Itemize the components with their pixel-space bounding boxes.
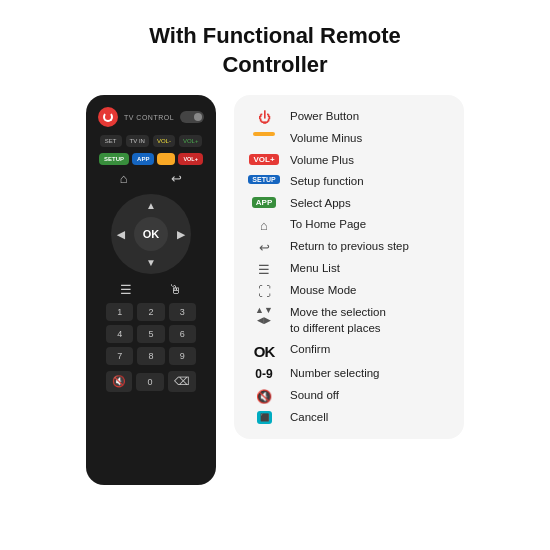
num-5[interactable]: 5	[137, 325, 164, 343]
back-label: Return to previous step	[290, 239, 409, 255]
mouse-label: Mouse Mode	[290, 283, 356, 299]
power-button[interactable]	[98, 107, 118, 127]
power-icon	[103, 112, 113, 122]
home-icon[interactable]: ⌂	[120, 171, 128, 186]
arrow-right[interactable]: ▶	[177, 229, 185, 240]
menu-label: Menu List	[290, 261, 340, 277]
info-row-numbers: 0-9 Number selecting	[248, 366, 450, 382]
menu-symbol: ☰	[258, 262, 270, 277]
dpad: ▲ ▼ ◀ ▶ OK	[111, 194, 191, 274]
back-symbol: ↩	[259, 240, 270, 255]
vol-plus-red-button[interactable]: VOL+	[178, 153, 203, 165]
vol-minus-icon-cell	[248, 131, 280, 136]
bottom-row: 🔇 0 ⌫	[106, 371, 196, 392]
arrows-symbol: ▲▼ ◀▶	[255, 306, 273, 325]
colored-btn-row: SETUP APP VOL+	[94, 153, 208, 165]
tv-control-label: TV CONTROL	[124, 114, 174, 121]
menu-icon[interactable]: ☰	[120, 282, 132, 297]
sound-off-label: Sound off	[290, 388, 339, 404]
app-badge: APP	[252, 197, 276, 208]
setup-icon-cell: SETUP	[248, 174, 280, 184]
setup-button[interactable]: SETUP	[99, 153, 129, 165]
vol-minus-button[interactable]: VOL-	[153, 135, 175, 147]
back-icon[interactable]: ↩	[171, 171, 182, 186]
info-row-cancel: ⬛ Cancell	[248, 410, 450, 426]
info-row-menu: ☰ Menu List	[248, 261, 450, 277]
mute-icon-cell: 🔇	[248, 388, 280, 404]
home-symbol: ⌂	[260, 218, 268, 233]
delete-button[interactable]: ⌫	[168, 371, 196, 392]
info-row-arrows: ▲▼ ◀▶ Move the selectionto different pla…	[248, 305, 450, 336]
yellow-button[interactable]	[157, 153, 175, 165]
num-3[interactable]: 3	[169, 303, 196, 321]
num-0[interactable]: 0	[136, 373, 164, 391]
info-row-ok: OK Confirm	[248, 342, 450, 360]
menu-icon-cell: ☰	[248, 261, 280, 277]
power-icon-cell: ⏻	[248, 109, 280, 125]
arrow-up[interactable]: ▲	[146, 200, 156, 211]
title-section: With Functional Remote Controller	[129, 0, 421, 95]
num-9[interactable]: 9	[169, 347, 196, 365]
home-icon-cell: ⌂	[248, 217, 280, 233]
home-label: To Home Page	[290, 217, 366, 233]
info-panel: ⏻ Power Button Volume Minus VOL+ Volume …	[234, 95, 464, 439]
cancel-label: Cancell	[290, 410, 328, 426]
num-2[interactable]: 2	[137, 303, 164, 321]
mute-button[interactable]: 🔇	[106, 371, 132, 392]
set-button[interactable]: SET	[100, 135, 122, 147]
power-icon-symbol: ⏻	[258, 110, 271, 125]
info-row-back: ↩ Return to previous step	[248, 239, 450, 255]
power-label: Power Button	[290, 109, 359, 125]
ok-icon-cell: OK	[248, 342, 280, 360]
mouse-icon-cell: ⛶	[248, 283, 280, 299]
vol-plus-label: Volume Plus	[290, 153, 354, 169]
cancel-icon-cell: ⬛	[248, 410, 280, 424]
arrow-left[interactable]: ◀	[117, 229, 125, 240]
numbers-icon-cell: 0-9	[248, 366, 280, 381]
mute-symbol: 🔇	[256, 389, 272, 404]
app-button[interactable]: APP	[132, 153, 154, 165]
info-row-mute: 🔇 Sound off	[248, 388, 450, 404]
info-row-volplus: VOL+ Volume Plus	[248, 153, 450, 169]
num-8[interactable]: 8	[137, 347, 164, 365]
yellow-line-icon	[253, 132, 275, 136]
vol-plus-icon-cell: VOL+	[248, 153, 280, 165]
ok-symbol: OK	[254, 343, 275, 360]
arrow-down[interactable]: ▼	[146, 257, 156, 268]
num-4[interactable]: 4	[106, 325, 133, 343]
arrows-label: Move the selectionto different places	[290, 305, 386, 336]
numpad: 1 2 3 4 5 6 7 8 9	[106, 303, 196, 365]
mouse-icon[interactable]: 🖱	[169, 282, 182, 297]
app-icon-cell: APP	[248, 196, 280, 208]
info-row-setup: SETUP Setup function	[248, 174, 450, 190]
numbers-symbol: 0-9	[255, 367, 272, 381]
ok-button[interactable]: OK	[134, 217, 168, 251]
toggle-switch[interactable]	[180, 111, 204, 123]
info-row-volminus: Volume Minus	[248, 131, 450, 147]
num-6[interactable]: 6	[169, 325, 196, 343]
info-row-home: ⌂ To Home Page	[248, 217, 450, 233]
arrows-icon-cell: ▲▼ ◀▶	[248, 305, 280, 325]
num-1[interactable]: 1	[106, 303, 133, 321]
page-title: With Functional Remote Controller	[149, 22, 401, 79]
icon-row-2: ☰ 🖱	[94, 282, 208, 297]
vol-plus-button[interactable]: VOL+	[179, 135, 203, 147]
mouse-symbol: ⛶	[258, 284, 271, 299]
vol-plus-badge: VOL+	[249, 154, 278, 165]
tvin-button[interactable]: TV IN	[126, 135, 149, 147]
vol-minus-label: Volume Minus	[290, 131, 362, 147]
back-icon-cell: ↩	[248, 239, 280, 255]
info-row-app: APP Select Apps	[248, 196, 450, 212]
numbers-label: Number selecting	[290, 366, 379, 382]
info-row-power: ⏻ Power Button	[248, 109, 450, 125]
remote-top-row: TV CONTROL	[94, 107, 208, 127]
setup-badge: SETUP	[248, 175, 279, 184]
cancel-badge: ⬛	[257, 411, 272, 424]
btn-row-1: SET TV IN VOL- VOL+	[94, 135, 208, 147]
content-row: TV CONTROL SET TV IN VOL- VOL+ SETUP APP…	[0, 95, 550, 485]
select-apps-label: Select Apps	[290, 196, 351, 212]
info-row-mouse: ⛶ Mouse Mode	[248, 283, 450, 299]
remote-control: TV CONTROL SET TV IN VOL- VOL+ SETUP APP…	[86, 95, 216, 485]
num-7[interactable]: 7	[106, 347, 133, 365]
icon-row-1: ⌂ ↩	[94, 171, 208, 186]
